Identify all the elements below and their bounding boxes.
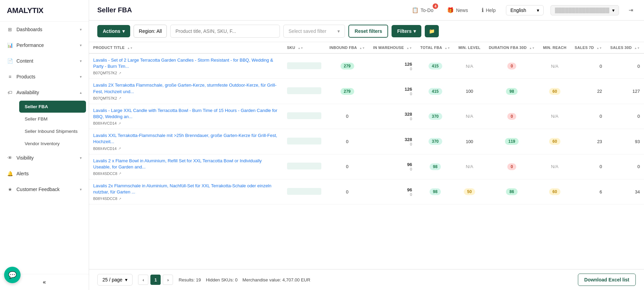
col-min-level[interactable]: MIN. LEVEL xyxy=(454,42,485,53)
tag-icon: 🏷 xyxy=(7,89,13,96)
col-sales-30d[interactable]: SALES 30D ▲▼ xyxy=(606,42,644,53)
duration-fba-cell: 98 xyxy=(485,79,539,104)
col-min-reach[interactable]: MIN. REACH xyxy=(539,42,570,53)
sidebar-item-performance[interactable]: 📊 Performance ▾ xyxy=(0,37,89,53)
sku-value xyxy=(287,188,321,195)
list-icon: ≡ xyxy=(7,74,13,80)
filters-button[interactable]: Filters ▾ xyxy=(392,25,421,37)
external-link-icon[interactable]: ↗ xyxy=(118,147,121,150)
todo-nav-item[interactable]: 📋 To-Do 4 xyxy=(408,5,437,15)
actions-button[interactable]: Actions ▾ xyxy=(97,25,130,37)
chevron-down-icon: ▾ xyxy=(80,75,82,79)
sales-7d-cell: 0 xyxy=(571,154,606,179)
sort-icon: ▲▼ xyxy=(445,47,450,50)
sidebar-item-customer-feedback[interactable]: ★ Customer Feedback ▾ xyxy=(0,181,89,197)
external-link-icon[interactable]: ↗ xyxy=(119,197,121,201)
min-reach-value: N/A xyxy=(551,64,559,69)
sku-cell xyxy=(283,179,325,204)
total-fba-value: 415 xyxy=(429,63,442,70)
saved-filter-select[interactable]: Select saved filter ▾ xyxy=(283,25,345,38)
external-link-icon[interactable]: ↗ xyxy=(119,96,121,100)
min-level-cell: N/A xyxy=(454,104,485,129)
col-sku[interactable]: SKU ▲▼ xyxy=(283,42,325,53)
download-excel-button[interactable]: Download Excel list xyxy=(578,274,636,286)
external-link-icon[interactable]: ↗ xyxy=(119,172,121,175)
sidebar-item-products[interactable]: ≡ Products ▾ xyxy=(0,69,89,85)
help-nav-item[interactable]: ℹ Help xyxy=(478,5,499,15)
sidebar-item-seller-fba[interactable]: Seller FBA xyxy=(19,101,86,113)
chevron-down-icon: ▾ xyxy=(80,27,82,32)
search-input[interactable] xyxy=(170,25,280,38)
user-selector[interactable]: ████████████████ ▾ xyxy=(550,5,619,15)
sidebar-item-vendor-inventory[interactable]: Vendor Inventory xyxy=(19,138,86,150)
sidebar-item-visibility[interactable]: 👁 Visibility ▾ xyxy=(0,150,89,166)
table-row: Lavalis - Large XXL Candle with Terracot… xyxy=(89,104,644,129)
col-duration-fba[interactable]: DURATION FBA 30D ▲▼ xyxy=(485,42,539,53)
sidebar-item-content[interactable]: 📄 Content ▾ xyxy=(0,53,89,69)
product-title-link[interactable]: Lavalis XXL Terrakotta-Flammschale mit >… xyxy=(93,133,279,145)
external-link-icon[interactable]: ↗ xyxy=(118,122,121,125)
duration-fba-cell: 0 xyxy=(485,53,539,79)
sidebar-item-seller-fbm[interactable]: Seller FBM xyxy=(19,113,86,125)
product-title-cell: Lavalis - Large XXL Candle with Terracot… xyxy=(89,104,283,129)
hidden-skus: Hidden SKUs: 0 xyxy=(206,277,238,282)
pagination: ‹ 1 › xyxy=(138,275,173,285)
logout-button[interactable]: ⇥ xyxy=(626,5,636,15)
sales-30d-cell: 0 xyxy=(606,53,644,79)
product-title-link[interactable]: Lavalis - Large XXL Candle with Terracot… xyxy=(93,108,279,120)
reset-filters-button[interactable]: Reset filters xyxy=(348,25,388,38)
inbound-fba-cell: 0 xyxy=(325,129,369,154)
product-title-link[interactable]: Lavalis - Set of 2 Large Terracotta Gard… xyxy=(93,57,279,70)
col-product-title[interactable]: PRODUCT TITLE ▲▼ xyxy=(89,42,283,53)
sidebar-item-availability[interactable]: 🏷 Availability ▴ xyxy=(0,85,89,100)
sidebar-item-dashboards[interactable]: ⊞ Dashboards ▾ xyxy=(0,22,89,37)
sales-7d-value: 23 xyxy=(597,139,602,144)
prev-page-button[interactable]: ‹ xyxy=(138,275,148,285)
sales-30d-value: 0 xyxy=(637,164,640,169)
total-fba-value: 98 xyxy=(430,188,441,195)
sidebar-performance-label: Performance xyxy=(16,42,44,48)
product-title-cell: Lavalis XXL Terrakotta-Flammschale mit >… xyxy=(89,129,283,154)
sales-30d-value: 93 xyxy=(635,139,640,144)
min-level-cell: N/A xyxy=(454,154,485,179)
products-table: PRODUCT TITLE ▲▼ SKU ▲▼ INBOUND FBA ▲▼ I… xyxy=(89,42,644,204)
sku-value xyxy=(287,87,321,94)
user-value: ████████████████ xyxy=(555,8,609,13)
sidebar-item-seller-inbound[interactable]: Seller Inbound Shipments xyxy=(19,125,86,137)
sort-icon: ▲▼ xyxy=(127,47,133,50)
sales-7d-cell: 6 xyxy=(571,179,606,204)
external-link-icon[interactable]: ↗ xyxy=(119,71,121,75)
main-content: Seller FBA 📋 To-Do 4 🎁 News ℹ Help Engli… xyxy=(89,0,644,290)
duration-fba-cell: 86 xyxy=(485,179,539,204)
page-1-button[interactable]: 1 xyxy=(150,275,161,285)
table-body: Lavalis - Set of 2 Large Terracotta Gard… xyxy=(89,53,644,204)
download-label: Download Excel list xyxy=(584,277,629,282)
language-selector[interactable]: English ▾ xyxy=(506,5,544,15)
sales-7d-cell: 22 xyxy=(571,79,606,104)
min-reach-value: N/A xyxy=(551,164,559,169)
per-page-select[interactable]: 25 / page ▾ xyxy=(97,274,133,286)
sidebar-item-alerts[interactable]: 🔔 Alerts xyxy=(0,166,89,181)
asin-text: B07QMT57K2 xyxy=(93,96,117,100)
product-title-link[interactable]: Lavalis 2x Flammschale in Aluminium, Nac… xyxy=(93,183,279,195)
inbound-fba-value: 0 xyxy=(346,114,348,119)
region-filter-button[interactable]: Region: All xyxy=(134,25,167,38)
col-in-warehouse[interactable]: IN WAREHOUSE ▲▼ xyxy=(369,42,416,53)
col-total-fba[interactable]: TOTAL FBA ▲▼ xyxy=(416,42,454,53)
sales-30d-value: 0 xyxy=(637,64,640,69)
next-page-button[interactable]: › xyxy=(163,275,173,285)
col-inbound-fba[interactable]: INBOUND FBA ▲▼ xyxy=(325,42,369,53)
col-sales-7d[interactable]: SALES 7D ▲▼ xyxy=(571,42,606,53)
product-title-link[interactable]: Lavalis 2 x Flame Bowl in Aluminium, Ref… xyxy=(93,158,279,170)
chat-bubble-button[interactable]: 💬 xyxy=(4,267,21,283)
sales-7d-value: 22 xyxy=(597,89,602,94)
inbound-fba-cell: 0 xyxy=(325,104,369,129)
news-nav-item[interactable]: 🎁 News xyxy=(444,5,471,15)
chevron-down-icon: ▾ xyxy=(80,43,82,48)
sidebar-availability-label: Availability xyxy=(16,90,39,95)
table-row: Lavalis 2 x Flame Bowl in Aluminium, Ref… xyxy=(89,154,644,179)
folder-button[interactable]: 📁 xyxy=(425,25,439,37)
product-title-link[interactable]: Lavalis 2X Terrakotta Flammschale, große… xyxy=(93,82,279,94)
data-table-container: PRODUCT TITLE ▲▼ SKU ▲▼ INBOUND FBA ▲▼ I… xyxy=(89,42,644,269)
todo-label: To-Do xyxy=(421,8,433,13)
